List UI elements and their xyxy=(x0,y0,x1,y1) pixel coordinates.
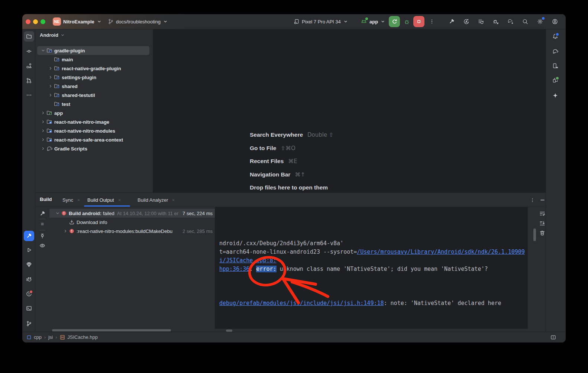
close-tab-icon[interactable] xyxy=(117,198,122,202)
build-button[interactable] xyxy=(446,16,457,27)
tree-item-label: react-native-nitro-image xyxy=(54,119,109,125)
chevron-right-icon[interactable] xyxy=(40,137,46,142)
vcs-branch-selector[interactable]: docs/troubleshooting xyxy=(106,16,169,27)
chevron-right-icon[interactable] xyxy=(62,228,68,234)
pull-requests-button[interactable] xyxy=(24,75,34,86)
project-tree-item[interactable]: shared xyxy=(37,82,149,91)
device-selector[interactable]: Pixel 7 Pro API 34 xyxy=(292,16,350,27)
console-file-link[interactable]: /Users/mrousavy/Library/Android/sdk/ndk/… xyxy=(357,249,525,255)
project-tree-item[interactable]: react-native-nitro-image xyxy=(37,117,149,126)
attach-debugger-button[interactable] xyxy=(491,16,501,27)
project-tree-item[interactable]: shared-testutil xyxy=(37,91,149,100)
project-selector[interactable]: NE NitroExample xyxy=(51,16,103,27)
chevron-right-icon[interactable] xyxy=(48,93,54,98)
apply-changes-button[interactable] xyxy=(476,16,486,27)
minimize-window-button[interactable] xyxy=(33,19,38,24)
build-filter-button[interactable] xyxy=(38,209,47,218)
tree-item-label: shared xyxy=(62,84,78,89)
chevron-down-icon[interactable] xyxy=(40,48,46,53)
close-tab-icon[interactable] xyxy=(77,198,81,202)
console-file-link[interactable]: hpp:36:36 xyxy=(219,266,249,272)
project-tree-item[interactable]: gradle-plugin xyxy=(37,46,149,55)
scroll-to-end-button[interactable] xyxy=(537,218,547,228)
search-button[interactable] xyxy=(520,16,530,27)
build-button[interactable] xyxy=(24,231,34,241)
profiler-button[interactable] xyxy=(461,16,472,27)
chevron-right-icon[interactable] xyxy=(40,110,46,116)
build-panel-options-button[interactable] xyxy=(527,195,537,205)
breadcrumb-item[interactable]: JSICache.hpp xyxy=(59,334,98,340)
chevron-right-icon[interactable] xyxy=(40,146,46,151)
gradle-sync-button[interactable] xyxy=(505,16,516,27)
terminal-button[interactable] xyxy=(24,303,34,314)
chevron-right-icon[interactable] xyxy=(40,128,46,133)
ai-assistant-button[interactable] xyxy=(550,90,560,101)
problems-button[interactable] xyxy=(24,289,34,299)
account-icon xyxy=(552,19,558,25)
close-window-button[interactable] xyxy=(26,19,30,24)
hide-build-panel-button[interactable] xyxy=(537,195,547,205)
tab-sync[interactable]: Sync xyxy=(62,195,81,205)
run-configuration-selector[interactable]: app xyxy=(359,16,387,27)
left-tool-window-bar xyxy=(22,29,35,332)
build-tree-row[interactable]: Download info xyxy=(49,218,215,227)
console-text: ndroid/.cxx/Debug/2nd4i3y6/arm64-v8a' xyxy=(219,240,343,247)
project-tree-item[interactable]: Gradle Scripts xyxy=(37,144,149,153)
console-hscrollbar[interactable] xyxy=(226,330,232,332)
build-tree-row[interactable]: :react-native-nitro-modules:buildCMakeDe… xyxy=(49,227,215,236)
device-manager-button[interactable] xyxy=(550,75,560,85)
tab-build-output[interactable]: Build Output xyxy=(87,195,122,205)
chevron-right-icon[interactable] xyxy=(48,75,54,80)
chevron-right-icon[interactable] xyxy=(48,84,54,89)
project-tree-item[interactable]: settings-plugin xyxy=(37,73,149,82)
console-file-link[interactable]: i/JSICache.cpp:8: xyxy=(219,257,277,264)
chevron-right-icon[interactable] xyxy=(48,66,54,71)
project-tree-item[interactable]: react-native-safe-area-context xyxy=(37,135,149,144)
app-icon xyxy=(46,110,53,116)
project-button[interactable] xyxy=(24,31,34,42)
notifications-button[interactable] xyxy=(550,31,560,42)
chevron-right-icon[interactable] xyxy=(40,119,46,124)
settings-button[interactable] xyxy=(535,16,545,27)
console-line: hpp:36:36: error: unknown class name 'NT… xyxy=(219,265,554,273)
project-tree-item[interactable]: react-native-gradle-plugin xyxy=(37,64,149,73)
notifications-status-button[interactable] xyxy=(548,333,558,342)
stop-build-button[interactable] xyxy=(38,219,47,229)
soft-wrap-button[interactable] xyxy=(537,209,547,218)
error-icon xyxy=(68,228,75,234)
project-view-selector[interactable]: Android xyxy=(40,32,65,38)
clear-all-button[interactable] xyxy=(537,228,547,238)
project-tree-item[interactable]: app xyxy=(37,108,149,117)
account-button[interactable] xyxy=(550,16,560,27)
console-line xyxy=(219,291,554,299)
breadcrumb-item[interactable]: cpp xyxy=(26,334,42,340)
logcat-button[interactable] xyxy=(24,274,34,285)
more-tool-windows-button[interactable] xyxy=(24,90,34,100)
build-tree-row[interactable]: Build android: failedAt 14.10.24, 12:00 … xyxy=(49,209,215,218)
project-tree-item[interactable]: react-native-nitro-modules xyxy=(37,126,149,135)
editor-shortcut-hint: Navigation Bar⌘↑ xyxy=(250,171,305,179)
chevron-down-icon[interactable] xyxy=(55,211,61,216)
app-quality-insights-button[interactable] xyxy=(24,259,34,270)
breadcrumb-item[interactable]: jsi xyxy=(48,334,53,340)
build-tree-hscrollbar[interactable] xyxy=(52,329,171,331)
project-tree-item[interactable]: main xyxy=(37,55,149,64)
pin-tab-button[interactable] xyxy=(38,231,47,241)
zoom-window-button[interactable] xyxy=(41,19,45,24)
tab-build-analyzer[interactable]: Build Analyzer xyxy=(138,195,175,205)
view-options-button[interactable] xyxy=(38,241,47,250)
console-vscrollbar[interactable] xyxy=(533,228,536,241)
running-devices-button[interactable] xyxy=(550,61,560,71)
structure-button[interactable] xyxy=(24,61,34,71)
commit-button[interactable] xyxy=(24,46,34,56)
debug-button[interactable] xyxy=(401,16,412,27)
rerun-button[interactable] xyxy=(389,16,400,27)
run-button[interactable] xyxy=(24,245,34,255)
more-actions-button[interactable] xyxy=(427,16,437,27)
stop-button[interactable] xyxy=(413,16,424,27)
version-control-button[interactable] xyxy=(24,318,34,329)
close-tab-icon[interactable] xyxy=(171,198,175,202)
project-tree-item[interactable]: test xyxy=(37,100,149,108)
gradle-button[interactable] xyxy=(550,46,560,56)
console-file-link[interactable]: debug/prefab/modules/jsi/include/jsi/jsi… xyxy=(219,300,384,306)
